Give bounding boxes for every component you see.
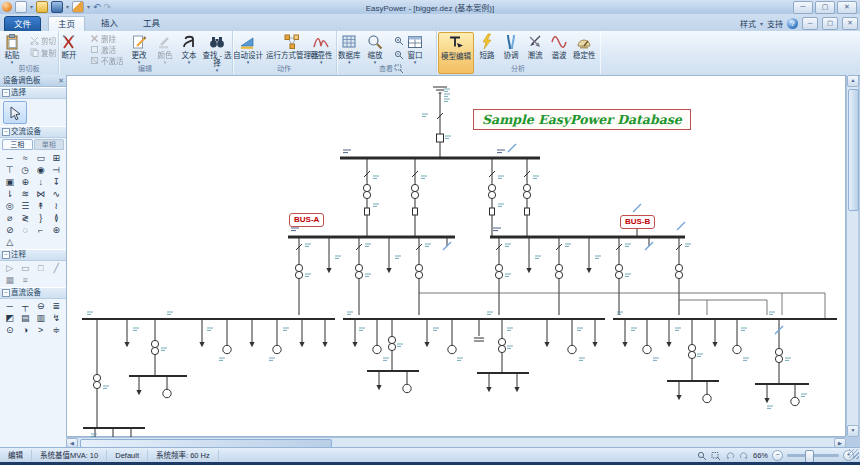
device-icon[interactable]: ≀ <box>49 200 65 212</box>
device-icon[interactable]: ◩ <box>2 312 18 324</box>
device-icon[interactable]: ▤ <box>18 312 34 324</box>
power-flow-button[interactable]: 潮流 <box>526 33 544 60</box>
diagram-title[interactable]: Sample EasyPower Database <box>473 109 691 130</box>
color-button[interactable]: 颜色 <box>156 33 174 64</box>
device-icon[interactable]: ╱ <box>49 262 65 274</box>
device-icon[interactable]: ⌐ <box>33 224 49 236</box>
doc-close-button[interactable]: ✕ <box>842 17 858 30</box>
bus-b-callout[interactable]: BUS-B <box>620 215 655 229</box>
palette-section-ac[interactable]: 交流设备 <box>0 126 66 138</box>
close-icon[interactable]: ✕ <box>58 75 64 86</box>
oneline-canvas[interactable]: Sample EasyPower Database BUS-A BUS-B <box>66 75 846 437</box>
zoom-out-button[interactable]: − <box>772 450 783 461</box>
device-icon[interactable]: ▷ <box>2 262 18 274</box>
zoom-button[interactable]: 缩放 <box>366 33 384 64</box>
scroll-down-icon[interactable]: ▼ <box>847 425 859 437</box>
modify-button[interactable]: 更改 <box>130 33 148 64</box>
device-icon[interactable]: ⊘ <box>2 224 18 236</box>
device-icon[interactable]: ◌ <box>18 224 34 236</box>
close-button[interactable]: ✕ <box>837 1 857 14</box>
device-icon[interactable]: ⊤ <box>2 164 18 176</box>
new-document-icon[interactable] <box>15 1 27 13</box>
device-icon[interactable]: ☰ <box>18 200 34 212</box>
zoom-tool-icon[interactable] <box>697 451 707 461</box>
copy-button[interactable]: 复制 <box>30 47 56 58</box>
device-icon[interactable]: ◑ <box>18 324 34 336</box>
device-icon[interactable]: ⊛ <box>49 224 65 236</box>
horizontal-scrollbar[interactable]: ◀ ▶ <box>66 437 846 447</box>
auto-design-button[interactable]: 自动设计 <box>233 33 263 64</box>
palette-section-select[interactable]: 选择 <box>0 87 66 99</box>
doc-restore-button[interactable]: ▢ <box>822 17 838 30</box>
device-icon[interactable]: ⊕ <box>18 176 34 188</box>
app-icon[interactable] <box>2 2 12 12</box>
database-button[interactable]: 数据库 <box>338 33 361 64</box>
device-icon[interactable]: ▭ <box>18 262 34 274</box>
dropdown-arrow-icon[interactable]: ▾ <box>87 2 90 12</box>
device-icon[interactable]: ◷ <box>18 164 34 176</box>
tab-single-phase[interactable]: 单相 <box>34 139 65 150</box>
harmonics-button[interactable]: 谐波 <box>550 33 568 60</box>
device-icon[interactable]: ─ <box>2 152 18 164</box>
device-icon[interactable]: ⊞ <box>49 152 65 164</box>
device-icon[interactable]: > <box>33 324 49 336</box>
select-tool-button[interactable] <box>3 101 27 124</box>
tab-three-phase[interactable]: 三相 <box>2 139 33 150</box>
help-icon[interactable]: ? <box>787 18 798 29</box>
device-icon[interactable]: ⊣ <box>49 164 65 176</box>
tab-insert[interactable]: 插入 <box>92 16 127 31</box>
dropdown-arrow-icon[interactable]: ▾ <box>30 2 33 12</box>
resize-grip[interactable] <box>849 449 859 459</box>
device-icon[interactable]: ≋ <box>18 188 34 200</box>
save-icon[interactable] <box>51 1 63 13</box>
device-icon[interactable]: ┬ <box>18 300 34 312</box>
next-view-icon[interactable] <box>739 451 749 461</box>
device-icon[interactable]: ∿ <box>49 188 65 200</box>
bus-a-callout[interactable]: BUS-A <box>289 213 324 227</box>
delete-button[interactable]: 删除 <box>90 33 116 44</box>
text-button[interactable]: 文本 <box>180 33 198 64</box>
device-icon[interactable]: ▭ <box>33 152 49 164</box>
device-icon[interactable]: } <box>33 212 49 224</box>
device-icon[interactable]: ◎ <box>2 200 18 212</box>
device-icon[interactable]: ─ <box>2 300 18 312</box>
open-file-icon[interactable] <box>36 1 48 13</box>
device-icon[interactable]: ⇂ <box>2 188 18 200</box>
device-icon[interactable]: ≑ <box>49 324 65 336</box>
zoom-window-icon[interactable] <box>711 451 721 461</box>
device-icon[interactable]: ▥ <box>33 312 49 324</box>
dropdown-arrow-icon[interactable]: ▾ <box>66 2 69 12</box>
cut-button[interactable]: 剪切 <box>30 35 56 46</box>
coordination-button[interactable]: 协调 <box>502 33 520 60</box>
paste-button[interactable]: 粘贴 <box>3 33 21 64</box>
device-icon[interactable]: □ <box>33 262 49 274</box>
device-icon[interactable]: ↯ <box>49 312 65 324</box>
disconnect-button[interactable]: 断开 <box>60 33 78 60</box>
device-icon[interactable]: ≈ <box>18 152 34 164</box>
device-icon[interactable]: ⌀ <box>2 212 18 224</box>
window-button[interactable]: 窗口 <box>406 33 424 64</box>
device-icon[interactable]: △ <box>2 236 18 248</box>
short-circuit-button[interactable]: 短路 <box>478 33 496 60</box>
tab-tools[interactable]: 工具 <box>134 16 169 31</box>
style-menu[interactable]: 样式 <box>740 18 756 29</box>
device-icon[interactable]: ⊙ <box>2 324 18 336</box>
doc-minimize-button[interactable]: ─ <box>802 17 818 30</box>
restore-button[interactable]: ▢ <box>815 1 835 14</box>
support-menu[interactable]: 支持 <box>767 18 783 29</box>
palette-section-annotation[interactable]: 注释 <box>0 249 66 261</box>
device-icon[interactable]: ↧ <box>49 176 65 188</box>
tab-home[interactable]: 主页 <box>48 16 85 32</box>
device-icon[interactable]: ⊖ <box>33 300 49 312</box>
reliability-button[interactable]: 可靠性 <box>310 33 333 64</box>
zoom-slider[interactable] <box>787 454 839 457</box>
device-icon[interactable]: ≷ <box>18 212 34 224</box>
device-icon[interactable]: ◉ <box>33 164 49 176</box>
undo-icon[interactable]: ↶ <box>93 2 101 12</box>
device-icon[interactable]: ▣ <box>2 176 18 188</box>
vertical-scrollbar[interactable]: ▲ ▼ <box>846 75 858 437</box>
scroll-up-icon[interactable]: ▲ <box>847 75 859 87</box>
activate-button[interactable]: 激活 <box>90 44 116 55</box>
palette-section-dc[interactable]: 直流设备 <box>0 287 66 299</box>
device-icon[interactable]: ≬ <box>49 212 65 224</box>
